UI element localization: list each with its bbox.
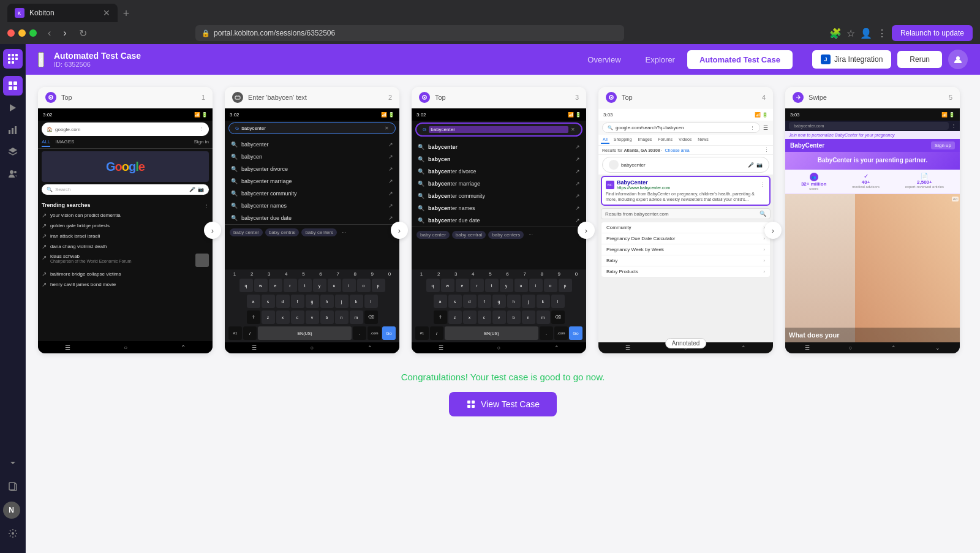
step-3-icon [419, 92, 430, 103]
browser-chrome: K Kobiton ✕ + ‹ › ↻ 🔒 portal.kobiton.com… [0, 0, 980, 44]
step-card-4: Top 4 3:03 📶 🔋 [598, 87, 773, 353]
back-button[interactable]: ‹ [38, 52, 44, 67]
left-sidebar: N [0, 44, 26, 553]
svg-rect-5 [8, 58, 10, 60]
step-4-icon [606, 92, 617, 103]
url-text: portal.kobiton.com/sessions/6352506 [214, 29, 618, 37]
sidebar-item-play[interactable] [3, 98, 23, 118]
svg-rect-2 [8, 54, 10, 56]
step-4-label: Top [622, 94, 757, 101]
step-1-header: Top 1 [38, 87, 213, 108]
sidebar-item-docs[interactable] [3, 477, 23, 497]
user-avatar[interactable]: N [3, 502, 20, 519]
step-card-2: Enter 'babycen' text 2 3:02 📶 🔋 [225, 87, 399, 353]
steps-container: Top 1 3:02 📶 🔋 [38, 87, 968, 353]
sidebar-item-analytics[interactable] [3, 120, 23, 140]
step-5-header: Swipe 5 [785, 87, 960, 108]
svg-text:K: K [18, 11, 21, 15]
step-card-1: Top 1 3:02 📶 🔋 [38, 87, 213, 353]
sidebar-item-settings[interactable] [3, 524, 23, 543]
step-1-label: Top [61, 94, 197, 101]
content-area: Top 1 3:02 📶 🔋 [26, 75, 980, 553]
maximize-traffic-light[interactable] [29, 29, 37, 37]
svg-point-26 [50, 97, 51, 98]
step-1-number: 1 [202, 94, 205, 101]
step-1-wrapper: Top 1 3:02 📶 🔋 [38, 87, 213, 353]
svg-point-18 [10, 170, 13, 174]
lock-icon: 🔒 [202, 29, 210, 37]
profile-btn[interactable]: 👤 [860, 28, 872, 39]
header-nav: Overview Explorer Automated Test Case [575, 50, 793, 69]
step-2-wrapper: Enter 'babycen' text 2 3:02 📶 🔋 [225, 87, 399, 353]
step-1-icon [45, 92, 56, 103]
back-btn[interactable]: ‹ [44, 26, 55, 40]
step-5-label: Swipe [809, 94, 944, 101]
sidebar-item-people[interactable] [3, 164, 23, 184]
menu-btn[interactable]: ⋮ [877, 28, 887, 39]
jira-integration-button[interactable]: J Jira Integration [812, 50, 891, 69]
step-2-number: 2 [388, 94, 392, 101]
svg-rect-3 [12, 54, 14, 56]
forward-btn[interactable]: › [59, 26, 70, 40]
step-3-number: 3 [575, 94, 579, 101]
step-5-screenshot: 3:03 📶 🔋 babycenter.com ⋮ [785, 108, 960, 353]
step-card-3: Top 3 3:02 📶 🔋 [412, 87, 586, 353]
svg-rect-7 [15, 58, 18, 60]
rerun-button[interactable]: Rerun [897, 51, 942, 68]
address-bar[interactable]: 🔒 portal.kobiton.com/sessions/6352506 [195, 25, 624, 41]
sidebar-item-download[interactable] [3, 453, 23, 472]
minimize-traffic-light[interactable] [18, 29, 26, 37]
congratulations-text: Congratulations! Your test case is good … [38, 372, 968, 382]
step-5-icon [793, 92, 804, 103]
main-content: ‹ Automated Test Case ID: 6352506 Overvi… [26, 44, 980, 553]
active-tab[interactable]: K Kobiton ✕ [7, 4, 118, 22]
bottom-section: Congratulations! Your test case is good … [38, 353, 968, 429]
bookmark-btn[interactable]: ☆ [846, 28, 855, 39]
svg-rect-13 [13, 86, 17, 90]
header-user-avatar[interactable] [948, 50, 968, 69]
nav-explorer[interactable]: Explorer [633, 50, 687, 69]
svg-point-33 [611, 97, 612, 98]
step-4-screenshot: 3:03 📶 🔋 🔍 google.com/search?q=babycen ⋮ [598, 108, 773, 353]
browser-action-buttons: 🧩 ☆ 👤 ⋮ Relaunch to update [829, 25, 973, 41]
step-2-icon [232, 92, 243, 103]
sidebar-item-layers[interactable] [3, 142, 23, 162]
svg-marker-14 [10, 104, 16, 111]
nav-automated-test-case[interactable]: Automated Test Case [687, 50, 793, 69]
step-3-next-arrow[interactable]: › [578, 222, 595, 239]
tab-close-btn[interactable]: ✕ [103, 8, 110, 18]
nav-overview[interactable]: Overview [575, 50, 633, 69]
step-4-wrapper: Top 4 3:03 📶 🔋 [598, 87, 773, 353]
step-3-screenshot: 3:02 📶 🔋 G babycenter ✕ [412, 108, 586, 353]
step-2-next-arrow[interactable]: › [391, 222, 408, 239]
reload-btn[interactable]: ↻ [75, 26, 91, 40]
top-header: ‹ Automated Test Case ID: 6352506 Overvi… [26, 44, 980, 75]
close-traffic-light[interactable] [7, 29, 15, 37]
svg-rect-16 [12, 128, 13, 134]
svg-point-23 [12, 532, 14, 535]
relaunch-button[interactable]: Relaunch to update [892, 25, 973, 41]
step-2-label: Enter 'babycen' text [248, 94, 383, 101]
step-4-next-arrow[interactable]: › [764, 222, 782, 239]
step-3-label: Top [435, 94, 570, 101]
new-tab-btn[interactable]: + [118, 5, 135, 22]
step-1-next-arrow[interactable]: › [204, 222, 221, 239]
tab-title: Kobiton [29, 9, 98, 17]
step-1-screenshot: 3:02 📶 🔋 🏠 google.com ⋮ [38, 108, 213, 353]
header-title-section: Automated Test Case ID: 6352506 [54, 51, 141, 68]
svg-rect-34 [467, 401, 470, 404]
step-5-wrapper: Swipe 5 3:03 📶 🔋 [785, 87, 960, 353]
app-logo [3, 49, 23, 69]
extensions-btn[interactable]: 🧩 [829, 28, 842, 39]
view-test-case-button[interactable]: View Test Case [449, 392, 557, 416]
header-actions: J Jira Integration Rerun [812, 50, 968, 69]
traffic-lights [7, 29, 37, 37]
svg-rect-4 [15, 54, 18, 56]
tab-favicon: K [15, 8, 24, 18]
sidebar-item-grid[interactable] [3, 76, 23, 96]
step-4-header: Top 4 [598, 87, 773, 108]
jira-icon: J [821, 55, 831, 64]
svg-point-31 [424, 97, 425, 98]
page-subtitle: ID: 6352506 [54, 61, 141, 68]
svg-rect-9 [12, 61, 14, 64]
